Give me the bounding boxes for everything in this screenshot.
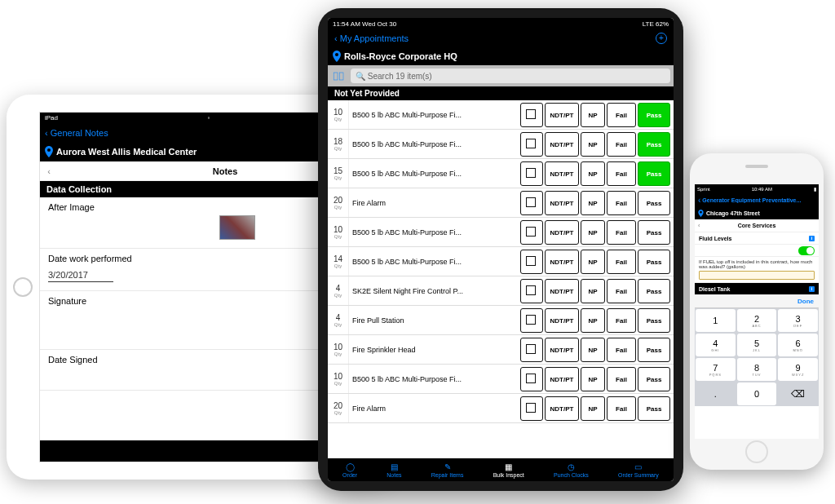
np-button[interactable]: NP <box>581 396 605 421</box>
tab-repair[interactable]: ✎Repair Items <box>431 462 464 478</box>
item-name[interactable]: B500 5 lb ABC Multi-Purpose Fi... <box>349 159 520 188</box>
item-name[interactable]: Fire Alarm <box>349 188 520 217</box>
done-button[interactable]: Done <box>797 298 814 305</box>
np-button[interactable]: NP <box>581 103 605 127</box>
ndt-pt-button[interactable]: NDT/PT <box>545 132 579 157</box>
pass-button[interactable]: Pass <box>638 279 670 303</box>
key-3[interactable]: 3DEF <box>778 309 818 332</box>
item-name[interactable]: B500 5 lb ABC Multi-Purpose Fi... <box>349 365 520 393</box>
tab-notes[interactable]: ▤Notes <box>387 462 401 478</box>
fail-button[interactable]: Fail <box>607 279 636 303</box>
copy-button[interactable] <box>520 103 543 127</box>
np-button[interactable]: NP <box>581 308 605 333</box>
np-button[interactable]: NP <box>581 367 605 391</box>
pass-button[interactable]: Pass <box>638 220 670 245</box>
fail-button[interactable]: Fail <box>607 308 636 333</box>
ndt-pt-button[interactable]: NDT/PT <box>545 308 579 333</box>
ndt-pt-button[interactable]: NDT/PT <box>545 103 579 127</box>
pass-button[interactable]: Pass <box>638 308 670 333</box>
np-button[interactable]: NP <box>581 338 605 362</box>
gallons-input[interactable] <box>699 271 815 280</box>
ndt-pt-button[interactable]: NDT/PT <box>545 367 579 391</box>
pass-button[interactable]: Pass <box>638 367 670 391</box>
add-button[interactable]: + <box>656 33 667 44</box>
tab-summary[interactable]: ▭Order Summary <box>618 462 659 478</box>
np-button[interactable]: NP <box>581 220 605 245</box>
item-name[interactable]: B500 5 lb ABC Multi-Purpose Fi... <box>349 247 520 276</box>
item-name[interactable]: B500 5 lb ABC Multi-Purpose Fi... <box>349 130 520 158</box>
scan-icon[interactable]: ⌷⌷ <box>331 69 346 83</box>
fail-button[interactable]: Fail <box>607 220 636 245</box>
fluid-toggle[interactable] <box>798 246 815 255</box>
fail-button[interactable]: Fail <box>607 396 636 421</box>
pass-button[interactable]: Pass <box>638 250 670 274</box>
np-button[interactable]: NP <box>581 191 605 215</box>
fail-button[interactable]: Fail <box>607 191 636 215</box>
backspace-key[interactable]: ⌫ <box>778 382 818 405</box>
np-button[interactable]: NP <box>581 132 605 157</box>
fail-button[interactable]: Fail <box>607 161 636 186</box>
item-name[interactable]: B500 5 lb ABC Multi-Purpose Fi... <box>349 218 520 246</box>
ndt-pt-button[interactable]: NDT/PT <box>545 250 579 274</box>
key-2[interactable]: 2ABC <box>737 309 777 332</box>
subheader-row[interactable]: ‹ Core Services <box>695 219 819 232</box>
np-button[interactable]: NP <box>581 250 605 274</box>
inspection-list[interactable]: 10QtyB500 5 lb ABC Multi-Purpose Fi...ND… <box>328 100 674 458</box>
copy-button[interactable] <box>520 220 543 245</box>
ndt-pt-button[interactable]: NDT/PT <box>545 161 579 186</box>
pass-button[interactable]: Pass <box>638 396 670 421</box>
copy-button[interactable] <box>520 161 543 186</box>
fail-button[interactable]: Fail <box>607 367 636 391</box>
item-name[interactable]: Fire Pull Station <box>349 306 520 334</box>
key-9[interactable]: 9WXYZ <box>778 358 818 381</box>
pass-button[interactable]: Pass <box>638 103 670 127</box>
key-6[interactable]: 6MNO <box>778 334 818 356</box>
pass-button[interactable]: Pass <box>638 338 670 362</box>
info-icon[interactable]: i <box>809 236 815 241</box>
item-name[interactable]: B500 5 lb ABC Multi-Purpose Fi... <box>349 100 520 129</box>
back-button[interactable]: ‹ My Appointments <box>334 33 409 43</box>
chevron-left-icon[interactable]: ‹ <box>698 223 700 228</box>
copy-button[interactable] <box>520 191 543 215</box>
np-button[interactable]: NP <box>581 161 605 186</box>
ndt-pt-button[interactable]: NDT/PT <box>545 338 579 362</box>
ndt-pt-button[interactable]: NDT/PT <box>545 279 579 303</box>
pass-button[interactable]: Pass <box>638 191 670 215</box>
ndt-pt-button[interactable]: NDT/PT <box>545 396 579 421</box>
item-name[interactable]: SK2E Silent Night Fire Control P... <box>349 276 520 305</box>
pass-button[interactable]: Pass <box>638 132 670 157</box>
copy-button[interactable] <box>520 250 543 274</box>
copy-button[interactable] <box>520 132 543 157</box>
section-fluid-levels[interactable]: Fluid Levels i <box>695 232 819 245</box>
back-button[interactable]: ‹ General Notes <box>45 128 108 138</box>
section-diesel-tank[interactable]: Diesel Tank i <box>695 283 819 295</box>
copy-button[interactable] <box>520 367 543 391</box>
pass-button[interactable]: Pass <box>638 161 670 186</box>
key-8[interactable]: 8TUV <box>737 358 777 381</box>
copy-button[interactable] <box>520 338 543 362</box>
fail-button[interactable]: Fail <box>607 338 636 362</box>
key-5[interactable]: 5JKL <box>737 334 777 356</box>
key-0[interactable]: 0 <box>737 382 777 405</box>
item-name[interactable]: Fire Alarm <box>349 394 520 422</box>
ndt-pt-button[interactable]: NDT/PT <box>545 220 579 245</box>
info-icon[interactable]: i <box>809 286 815 292</box>
key-4[interactable]: 4GHI <box>696 334 736 356</box>
back-button[interactable]: ‹ <box>698 196 700 205</box>
tab-bulk[interactable]: ▦Bulk Inspect <box>493 462 524 478</box>
fail-button[interactable]: Fail <box>607 103 636 127</box>
fail-button[interactable]: Fail <box>607 132 636 157</box>
home-button[interactable] <box>13 277 33 297</box>
tab-punch[interactable]: ◷Punch Clocks <box>554 462 589 478</box>
ndt-pt-button[interactable]: NDT/PT <box>545 191 579 215</box>
search-input[interactable]: 🔍 Search 19 item(s) <box>351 69 670 83</box>
key-.[interactable]: . <box>696 382 736 405</box>
copy-button[interactable] <box>520 308 543 333</box>
chevron-left-icon[interactable]: ‹ <box>40 166 58 176</box>
copy-button[interactable] <box>520 396 543 421</box>
copy-button[interactable] <box>520 279 543 303</box>
item-name[interactable]: Fire Sprinkler Head <box>349 335 520 364</box>
key-1[interactable]: 1 <box>696 309 736 332</box>
fail-button[interactable]: Fail <box>607 250 636 274</box>
np-button[interactable]: NP <box>581 279 605 303</box>
